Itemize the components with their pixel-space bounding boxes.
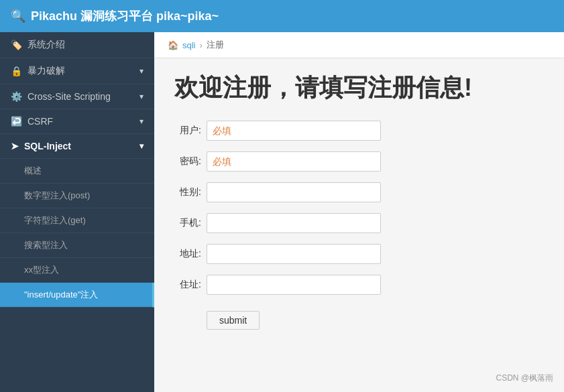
- chevron-down-icon: ▾: [139, 66, 144, 76]
- sidebar-item-label: 系统介绍: [27, 39, 65, 51]
- address1-label: 地址:: [174, 248, 201, 260]
- form-area: 欢迎注册，请填写注册信息! 用户: 密码: 性别: 手机:: [154, 58, 564, 354]
- submit-row: submit: [174, 306, 544, 330]
- sidebar-item-intro[interactable]: 🏷️ 系统介绍: [0, 32, 154, 58]
- sidebar-subitem-label: "insert/update"注入: [24, 289, 98, 301]
- breadcrumb-separator: ›: [200, 40, 203, 50]
- app-title: Pikachu 漏洞练习平台 pika~pika~: [31, 8, 219, 24]
- sidebar-item-label: CSRF: [27, 116, 53, 127]
- password-input[interactable]: [207, 151, 381, 172]
- sidebar-item-label: 暴力破解: [27, 65, 65, 77]
- sidebar-subitem-label: 字符型注入(get): [24, 214, 86, 226]
- address2-label: 住址:: [174, 279, 201, 291]
- gender-input[interactable]: [207, 182, 381, 202]
- sidebar-subitem-overview[interactable]: 概述: [0, 159, 154, 184]
- address2-input[interactable]: [207, 275, 381, 295]
- password-label: 密码:: [174, 155, 201, 168]
- user-row: 用户:: [174, 121, 544, 141]
- address1-input[interactable]: [207, 244, 381, 264]
- sidebar-item-xss[interactable]: ⚙️ Cross-Site Scripting ▾: [0, 84, 154, 109]
- watermark: CSDN @枫落雨: [496, 373, 553, 384]
- address2-row: 住址:: [174, 275, 544, 295]
- sidebar-subitem-num-post[interactable]: 数字型注入(post): [0, 184, 154, 208]
- breadcrumb-current: 注册: [207, 39, 224, 51]
- form-title: 欢迎注册，请填写注册信息!: [174, 72, 544, 105]
- sidebar-item-csrf[interactable]: ↩️ CSRF ▾: [0, 109, 154, 134]
- header-icon: 🔍: [11, 9, 25, 23]
- sidebar: 🏷️ 系统介绍 🔒 暴力破解 ▾ ⚙️ Cross-Site Scripting…: [0, 32, 154, 392]
- sidebar-item-label: SQL-Inject: [24, 141, 71, 151]
- user-input[interactable]: [207, 121, 381, 141]
- submit-button[interactable]: submit: [207, 311, 260, 330]
- csrf-icon: ↩️: [11, 116, 22, 127]
- chevron-down-icon: ▾: [139, 141, 144, 151]
- home-icon: 🏠: [168, 40, 178, 50]
- chevron-down-icon: ▾: [139, 117, 144, 126]
- gender-row: 性别:: [174, 182, 544, 202]
- main-content: 🏠 sqli › 注册 欢迎注册，请填写注册信息! 用户: 密码: 性别:: [154, 32, 564, 392]
- phone-row: 手机:: [174, 213, 544, 233]
- sidebar-subitem-xx[interactable]: xx型注入: [0, 258, 154, 283]
- sidebar-subitem-char-get[interactable]: 字符型注入(get): [0, 208, 154, 233]
- sidebar-subitem-label: 概述: [24, 165, 42, 177]
- sidebar-subitem-label: 搜索型注入: [24, 239, 68, 251]
- breadcrumb-link[interactable]: sqli: [182, 40, 196, 50]
- xss-icon: ⚙️: [11, 91, 22, 102]
- arrow-icon: ➤: [11, 141, 19, 151]
- sidebar-subitem-insert-update[interactable]: "insert/update"注入: [0, 283, 154, 308]
- sidebar-item-bruteforce[interactable]: 🔒 暴力破解 ▾: [0, 58, 154, 84]
- sidebar-item-label: Cross-Site Scripting: [27, 91, 111, 102]
- lock-icon: 🔒: [11, 66, 22, 76]
- sidebar-subitem-label: xx型注入: [24, 264, 59, 276]
- user-label: 用户:: [174, 125, 201, 137]
- breadcrumb: 🏠 sqli › 注册: [154, 32, 564, 58]
- gender-label: 性别:: [174, 186, 201, 198]
- sidebar-subitem-label: 数字型注入(post): [24, 190, 90, 202]
- tag-icon: 🏷️: [11, 40, 22, 50]
- phone-label: 手机:: [174, 217, 201, 229]
- sidebar-item-sqlinject[interactable]: ➤ SQL-Inject ▾: [0, 134, 154, 159]
- app-header: 🔍 Pikachu 漏洞练习平台 pika~pika~: [0, 0, 564, 32]
- phone-input[interactable]: [207, 213, 381, 233]
- sidebar-subitem-search[interactable]: 搜索型注入: [0, 233, 154, 258]
- chevron-down-icon: ▾: [139, 92, 144, 101]
- password-row: 密码:: [174, 151, 544, 172]
- address1-row: 地址:: [174, 244, 544, 264]
